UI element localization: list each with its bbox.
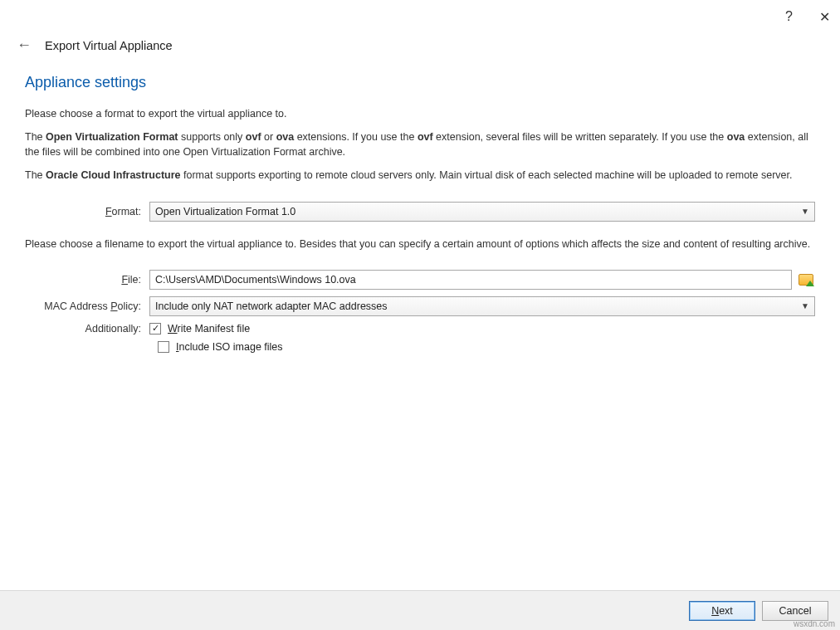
intro-paragraph-4: Please choose a filename to export the v…	[25, 237, 815, 252]
text-bold: Oracle Cloud Infrastructure	[46, 169, 181, 181]
mac-policy-select[interactable]: Include only NAT network adapter MAC add…	[149, 296, 815, 316]
mac-policy-value: Include only NAT network adapter MAC add…	[155, 300, 388, 312]
text: The	[25, 131, 46, 143]
text-bold: ova	[276, 131, 295, 143]
text: The	[25, 169, 46, 181]
format-value: Open Virtualization Format 1.0	[155, 206, 295, 217]
text: extension, several files will be written…	[433, 131, 727, 143]
include-iso-label: Include ISO image files	[176, 341, 283, 353]
additionally-label: Additionally:	[25, 323, 149, 335]
file-label: File:	[25, 274, 149, 286]
intro-paragraph-2: The Open Virtualization Format supports …	[25, 129, 815, 159]
mac-policy-row: MAC Address Policy: Include only NAT net…	[25, 296, 815, 316]
back-arrow-icon[interactable]: ←	[17, 37, 32, 54]
write-manifest-label: Write Manifest file	[168, 323, 250, 335]
intro-paragraph-3: The Oracle Cloud Infrastructure format s…	[25, 168, 815, 183]
wizard-title: Export Virtual Appliance	[45, 39, 173, 52]
format-section: Format: Open Virtualization Format 1.0 ▼	[25, 202, 815, 222]
file-row: File: C:\Users\AMD\Documents\Windows 10.…	[25, 270, 815, 290]
page-content: Appliance settings Please choose a forma…	[0, 74, 840, 353]
text: format supports exporting to remote clou…	[181, 169, 793, 181]
close-icon[interactable]: ✕	[819, 9, 830, 25]
text-bold: ovf	[246, 131, 261, 143]
wizard-footer: Next Cancel	[0, 590, 840, 630]
page-heading: Appliance settings	[25, 74, 815, 91]
text-bold: Open Virtualization Format	[46, 131, 178, 143]
text: N	[711, 605, 719, 617]
titlebar: ? ✕	[0, 0, 840, 33]
additionally-row: Additionally: ✓ Write Manifest file	[25, 323, 815, 335]
chevron-down-icon: ▼	[796, 301, 809, 310]
include-iso-checkbox[interactable]	[158, 341, 169, 353]
cancel-button[interactable]: Cancel	[762, 601, 828, 621]
next-button[interactable]: Next	[689, 601, 755, 621]
text: or	[261, 131, 276, 143]
include-iso-row: Include ISO image files	[25, 341, 815, 353]
format-select[interactable]: Open Virtualization Format 1.0 ▼	[149, 202, 815, 222]
file-value: C:\Users\AMD\Documents\Windows 10.ova	[155, 274, 356, 286]
text: supports only	[178, 131, 246, 143]
text-bold: ova	[727, 131, 745, 143]
format-row: Format: Open Virtualization Format 1.0 ▼	[25, 202, 815, 222]
file-section: File: C:\Users\AMD\Documents\Windows 10.…	[25, 270, 815, 353]
format-label: Format:	[25, 206, 149, 217]
browse-file-button[interactable]	[797, 271, 815, 289]
chevron-down-icon: ▼	[796, 207, 809, 216]
file-input[interactable]: C:\Users\AMD\Documents\Windows 10.ova	[149, 270, 792, 290]
write-manifest-checkbox[interactable]: ✓	[149, 323, 161, 335]
mac-policy-label: MAC Address Policy:	[25, 300, 149, 312]
wizard-header: ← Export Virtual Appliance	[0, 33, 840, 64]
folder-open-icon	[798, 274, 813, 286]
text-bold: ovf	[418, 131, 433, 143]
text: ext	[719, 605, 733, 617]
help-icon[interactable]: ?	[785, 9, 793, 24]
text: extensions. If you use the	[294, 131, 418, 143]
intro-paragraph-1: Please choose a format to export the vir…	[25, 106, 815, 121]
